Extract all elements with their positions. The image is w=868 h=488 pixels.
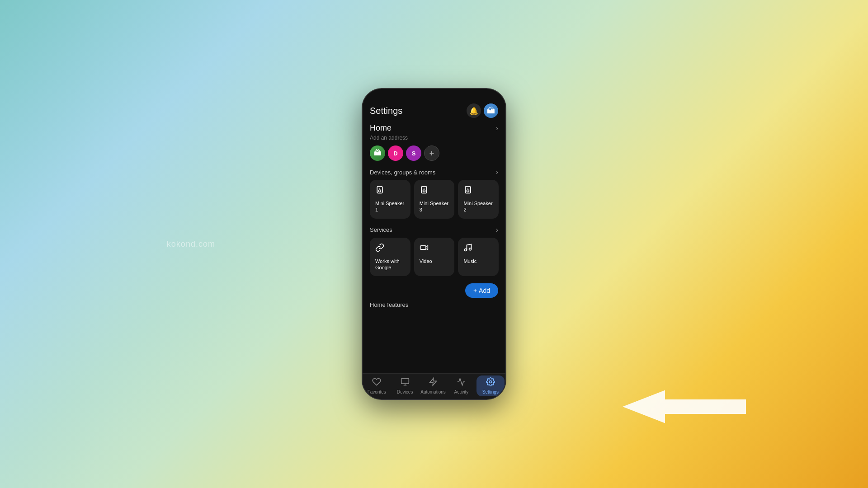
service-card-music[interactable]: Music	[458, 238, 499, 277]
works-with-google-label: Works with Google	[375, 258, 405, 271]
nav-item-settings[interactable]: Settings	[476, 375, 505, 396]
speaker3-icon	[420, 185, 449, 197]
svg-point-1	[379, 190, 381, 192]
service-card-works-with-google[interactable]: Works with Google	[370, 238, 410, 277]
device-card-2[interactable]: Mini Speaker 3	[414, 180, 455, 219]
page-title: Settings	[370, 106, 402, 116]
settings-icon	[486, 377, 495, 389]
member-avatar-emoji: 🏔	[374, 149, 381, 157]
user-avatar[interactable]: 🏔	[484, 103, 498, 118]
home-section-title: Home	[370, 123, 392, 133]
svg-point-16	[489, 381, 491, 383]
speaker1-label: Mini Speaker 1	[375, 200, 405, 213]
favorites-icon	[372, 377, 381, 389]
nav-item-automations[interactable]: Automations	[419, 375, 447, 396]
nav-item-devices[interactable]: Devices	[391, 375, 419, 396]
device-cards-row: Mini Speaker 1 Mini Speaker 3	[370, 180, 498, 219]
devices-section-label: Devices, groups & rooms	[370, 169, 435, 176]
member-s-label: S	[412, 150, 416, 157]
devices-chevron-icon: ›	[496, 168, 498, 176]
device-card-1[interactable]: Mini Speaker 1	[370, 180, 410, 219]
svg-marker-15	[430, 378, 437, 386]
arrow-svg	[619, 384, 746, 429]
home-chevron-icon: ›	[496, 124, 498, 132]
home-section-row[interactable]: Home ›	[370, 123, 498, 133]
service-card-video[interactable]: Video	[414, 238, 455, 277]
member-avatar-add[interactable]: +	[424, 145, 439, 161]
svg-point-10	[465, 249, 467, 251]
scroll-content: Home › Add an address 🏔 D S	[363, 120, 505, 373]
bottom-nav: Favorites Devices	[363, 373, 505, 399]
music-icon	[463, 243, 493, 254]
service-cards-row: Works with Google Video	[370, 238, 498, 277]
arrow-annotation	[619, 384, 746, 429]
members-row: 🏔 D S +	[370, 145, 498, 161]
speaker2-label: Mini Speaker 2	[463, 200, 493, 213]
home-features-label: Home features	[370, 301, 498, 308]
phone-screen: Settings 🔔 🏔 Home › Add an address	[363, 89, 505, 399]
works-with-google-icon	[375, 243, 405, 254]
video-icon	[420, 243, 449, 254]
services-section-label: Services	[370, 226, 392, 233]
member-add-icon: +	[429, 149, 434, 158]
svg-point-11	[469, 248, 472, 250]
notification-button[interactable]: 🔔	[467, 103, 481, 118]
svg-point-4	[423, 190, 425, 192]
member-avatar-img[interactable]: 🏔	[370, 145, 385, 161]
speaker3-label: Mini Speaker 3	[420, 200, 449, 213]
speaker1-icon	[375, 185, 405, 197]
devices-section-row[interactable]: Devices, groups & rooms ›	[370, 168, 498, 176]
video-label: Video	[420, 258, 449, 264]
member-avatar-s[interactable]: S	[406, 145, 421, 161]
devices-icon	[401, 377, 410, 389]
activity-label: Activity	[454, 389, 469, 394]
services-chevron-icon: ›	[496, 226, 498, 234]
watermark: kokond.com	[167, 239, 215, 249]
add-button[interactable]: + Add	[465, 283, 498, 298]
status-bar	[363, 89, 505, 100]
device-card-3[interactable]: Mini Speaker 2	[458, 180, 499, 219]
svg-point-7	[467, 190, 469, 192]
music-label: Music	[463, 258, 493, 264]
add-btn-row: + Add	[370, 283, 498, 298]
nav-item-activity[interactable]: Activity	[447, 375, 475, 396]
member-avatar-d[interactable]: D	[388, 145, 403, 161]
svg-rect-12	[401, 379, 409, 384]
header-icons: 🔔 🏔	[467, 103, 498, 118]
bell-icon: 🔔	[469, 107, 478, 115]
member-d-label: D	[393, 150, 397, 157]
speaker2-icon	[463, 185, 493, 197]
phone-container: Settings 🔔 🏔 Home › Add an address	[362, 88, 506, 400]
services-section-row[interactable]: Services ›	[370, 226, 498, 234]
app-header: Settings 🔔 🏔	[363, 100, 505, 120]
nav-item-favorites[interactable]: Favorites	[363, 375, 391, 396]
avatar-img: 🏔	[487, 106, 495, 116]
devices-label: Devices	[397, 389, 413, 394]
svg-rect-9	[420, 245, 426, 249]
add-plus-icon: +	[473, 287, 477, 294]
add-button-label: Add	[479, 287, 490, 294]
svg-marker-17	[624, 391, 746, 422]
settings-label: Settings	[482, 389, 499, 394]
home-subtitle: Add an address	[370, 135, 498, 141]
activity-icon	[457, 377, 466, 389]
automations-icon	[429, 377, 438, 389]
phone-frame: Settings 🔔 🏔 Home › Add an address	[362, 88, 506, 400]
favorites-label: Favorites	[368, 389, 386, 394]
automations-label: Automations	[420, 389, 446, 394]
